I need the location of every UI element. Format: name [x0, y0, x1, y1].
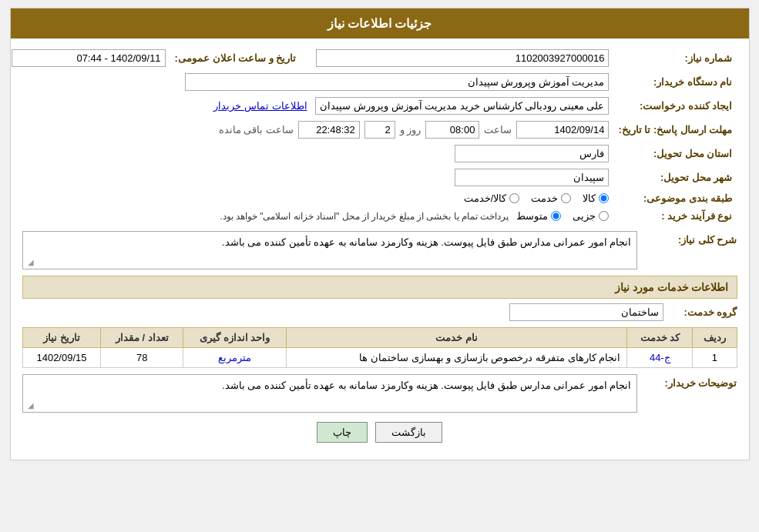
- mohlat-roz-label: روز و: [400, 124, 421, 136]
- col-kod: کد خدمت: [627, 328, 693, 348]
- col-tarikh: تاریخ نیاز: [22, 328, 101, 348]
- tabaqe-kala-option[interactable]: کالا: [583, 192, 609, 204]
- ijadKonande-value: علی معینی رودبالی کارشناس خرید مدیریت آم…: [315, 97, 609, 115]
- tabaqe-kala-khadamat-label: کالا/خدمت: [464, 192, 507, 204]
- mohlat-saat-value: 08:00: [425, 121, 479, 139]
- mohlat-saat-label: ساعت: [484, 124, 512, 136]
- sharhKoli-box: انجام امور عمرانی مدارس طبق فایل پیوست. …: [22, 231, 637, 269]
- mohlat-roz-value: 2: [364, 121, 395, 139]
- cell-kod: ج-44: [627, 348, 693, 368]
- ijadKonande-label: ایجاد کننده درخواست:: [613, 94, 737, 118]
- back-button[interactable]: بازگشت: [375, 422, 442, 443]
- shahr-value: سپیدان: [455, 169, 609, 186]
- resize-handle-sharh: ◢: [25, 258, 34, 267]
- sharhKoli-value: انجام امور عمرانی مدارس طبق فایل پیوست. …: [222, 236, 631, 248]
- col-name: نام خدمت: [287, 328, 627, 348]
- col-vahed: واحد اندازه گیری: [183, 328, 287, 348]
- col-radif: ردیف: [693, 328, 737, 348]
- resize-handle-tosifat: ◢: [25, 401, 34, 410]
- sharhKoli-label: شرح کلی نیاز:: [637, 231, 737, 246]
- mohlat-label: مهلت ارسال پاسخ: تا تاریخ:: [613, 118, 737, 142]
- page-title: جزئیات اطلاعات نیاز: [11, 8, 749, 38]
- shahr-label: شهر محل تحویل:: [613, 166, 737, 189]
- tabaqe-khadamat-radio[interactable]: [561, 193, 571, 203]
- tarikh-label: تاریخ و ساعت اعلان عمومی:: [170, 46, 312, 70]
- farayand-jozi-option[interactable]: جزیی: [573, 210, 609, 222]
- table-row: 1 ج-44 انجام کارهای متفرقه درخصوص بازساز…: [22, 348, 737, 368]
- shomareNiaz-value: 1102003927000016: [316, 49, 609, 67]
- cell-name: انجام کارهای متفرقه درخصوص بازسازی و بهس…: [287, 348, 627, 368]
- section-khadamat-header: اطلاعات خدمات مورد نیاز: [22, 276, 737, 299]
- farayand-jozi-radio[interactable]: [599, 211, 609, 221]
- ostan-label: استان محل تحویل:: [613, 142, 737, 166]
- mohlat-saat-mande-value: 22:48:32: [298, 121, 360, 139]
- tabaqe-kala-label: کالا: [583, 192, 596, 204]
- tosifat-box: انجام امور عمرانی مدارس طبق فایل پیوست. …: [22, 374, 637, 413]
- ijadKonande-link[interactable]: اطلاعات تماس خریدار: [213, 100, 307, 112]
- tabaqe-kala-khadamat-option[interactable]: کالا/خدمت: [464, 192, 520, 204]
- cell-radif: 1: [693, 348, 737, 368]
- shomareNiaz-label: شماره نیاز:: [613, 46, 737, 70]
- farayand-jozi-label: جزیی: [573, 210, 596, 222]
- cell-tedad: 78: [101, 348, 183, 368]
- gorohKhadamat-value: ساختمان: [509, 303, 663, 321]
- tarikh-value: 1402/09/11 - 07:44: [12, 49, 166, 67]
- tabaqe-label: طبقه بندی موضوعی:: [613, 189, 737, 207]
- namDastgah-value: مدیریت آموزش وپرورش سپیدان: [185, 73, 609, 91]
- tosifat-label: توضیحات خریدار:: [637, 374, 737, 389]
- mohlat-date: 1402/09/14: [516, 121, 609, 139]
- cell-tarikh: 1402/09/15: [22, 348, 101, 368]
- noveFarayand-note: پرداخت تمام یا بخشی از مبلغ خریدار از مح…: [220, 211, 509, 222]
- tabaqe-khadamat-label: خدمت: [531, 192, 558, 204]
- mohlat-saat-mande-label: ساعت باقی مانده: [219, 124, 294, 136]
- tosifat-value: انجام امور عمرانی مدارس طبق فایل پیوست. …: [222, 380, 631, 391]
- farayand-motavaset-label: متوسط: [516, 210, 548, 222]
- tabaqe-kala-radio[interactable]: [599, 193, 609, 203]
- noveFarayand-label: نوع فرآیند خرید :: [613, 207, 737, 225]
- print-button[interactable]: چاپ: [317, 422, 368, 443]
- tabaqe-kala-khadamat-radio[interactable]: [509, 193, 519, 203]
- farayand-motavaset-option[interactable]: متوسط: [516, 210, 561, 222]
- farayand-motavaset-radio[interactable]: [551, 211, 561, 221]
- cell-vahed: مترمربع: [183, 348, 287, 368]
- tabaqe-khadamat-option[interactable]: خدمت: [531, 192, 571, 204]
- ostan-value: فارس: [455, 145, 609, 162]
- gorohKhadamat-label: گروه خدمت:: [668, 306, 737, 318]
- services-table: ردیف کد خدمت نام خدمت واحد اندازه گیری ت…: [22, 327, 737, 368]
- col-tedad: تعداد / مقدار: [101, 328, 183, 348]
- namDastgah-label: نام دستگاه خریدار:: [613, 70, 737, 94]
